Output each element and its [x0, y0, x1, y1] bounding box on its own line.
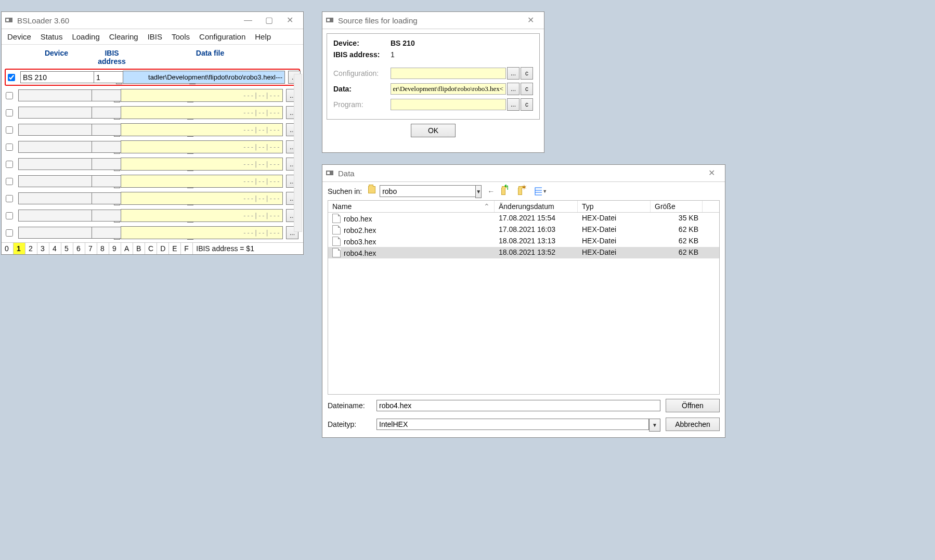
folder-up-icon[interactable]: ↰: [501, 186, 514, 197]
col-name[interactable]: Name⌃: [328, 201, 495, 212]
ok-button[interactable]: OK: [411, 124, 456, 137]
cancel-button[interactable]: Abbrechen: [666, 418, 720, 431]
program-clear-button[interactable]: c: [521, 98, 533, 111]
ibis-combo[interactable]: ▼: [92, 141, 118, 153]
menu-ibis[interactable]: IBIS: [143, 30, 167, 43]
col-date[interactable]: Änderungsdatum: [495, 201, 578, 212]
menu-configuration[interactable]: Configuration: [194, 30, 250, 43]
menu-help[interactable]: Help: [250, 30, 276, 43]
col-size[interactable]: Größe: [651, 201, 703, 212]
new-folder-icon[interactable]: ✶: [518, 186, 530, 197]
datafile-field[interactable]: ---|--|---: [121, 209, 283, 222]
search-in-combo[interactable]: ▼: [366, 185, 481, 197]
close-button[interactable]: ✕: [520, 13, 541, 28]
chevron-down-icon[interactable]: ▼: [475, 185, 482, 198]
ibis-combo[interactable]: ▼: [92, 89, 118, 101]
maximize-button[interactable]: ▢: [258, 13, 279, 28]
file-list[interactable]: Name⌃ Änderungsdatum Typ Größe robo.hex1…: [328, 200, 720, 395]
row-checkbox[interactable]: [6, 178, 13, 185]
footer-cell-E[interactable]: E: [169, 243, 181, 254]
device-combo[interactable]: ▼: [20, 71, 90, 83]
ibis-combo[interactable]: ▼: [92, 192, 118, 204]
footer-cell-C[interactable]: C: [145, 243, 157, 254]
datafile-field[interactable]: ---|--|---: [121, 89, 283, 102]
device-combo[interactable]: ▼: [18, 175, 88, 187]
device-combo[interactable]: ▼: [18, 210, 88, 222]
filename-field[interactable]: [376, 400, 660, 411]
ibis-combo[interactable]: ▼: [92, 175, 118, 187]
footer-cell-2[interactable]: 2: [25, 243, 37, 254]
device-combo[interactable]: ▼: [18, 227, 88, 239]
device-combo[interactable]: ▼: [18, 141, 88, 153]
ibis-combo[interactable]: ▼: [94, 71, 120, 83]
footer-cell-0[interactable]: 0: [2, 243, 14, 254]
menu-clearing[interactable]: Clearing: [105, 30, 143, 43]
filetype-field[interactable]: [376, 419, 649, 430]
datafile-field[interactable]: ---|--|---: [121, 226, 283, 239]
datafile-field[interactable]: ---|--|---: [121, 158, 283, 171]
file-row[interactable]: robo.hex17.08.2021 15:54HEX-Datei35 KB: [328, 213, 719, 224]
datafile-field[interactable]: ---|--|---: [121, 192, 283, 205]
col-type[interactable]: Typ: [578, 201, 651, 212]
config-clear-button[interactable]: c: [521, 67, 533, 80]
device-combo[interactable]: ▼: [18, 192, 88, 204]
search-in-field[interactable]: [380, 185, 475, 197]
data-field[interactable]: [391, 83, 506, 95]
ibis-combo[interactable]: ▼: [92, 227, 118, 239]
footer-cell-3[interactable]: 3: [37, 243, 49, 254]
file-row[interactable]: robo2.hex17.08.2021 16:03HEX-Datei62 KB: [328, 224, 719, 236]
data-browse-button[interactable]: ...: [507, 83, 520, 95]
program-field[interactable]: [391, 99, 506, 110]
config-field[interactable]: [391, 68, 506, 79]
minimize-button[interactable]: —: [238, 13, 258, 28]
program-browse-button[interactable]: ...: [507, 98, 520, 111]
footer-cell-8[interactable]: 8: [97, 243, 109, 254]
menu-device[interactable]: Device: [3, 30, 36, 43]
footer-cell-A[interactable]: A: [121, 243, 133, 254]
footer-cell-F[interactable]: F: [181, 243, 193, 254]
row-checkbox[interactable]: [6, 92, 13, 99]
datafile-field[interactable]: ---|--|---: [121, 175, 283, 188]
ibis-combo[interactable]: ▼: [92, 107, 118, 119]
file-row[interactable]: robo3.hex18.08.2021 13:13HEX-Datei62 KB: [328, 236, 719, 247]
footer-cell-6[interactable]: 6: [73, 243, 85, 254]
vertical-scrollbar[interactable]: [294, 74, 302, 232]
close-button[interactable]: ✕: [279, 13, 300, 28]
row-checkbox[interactable]: [6, 195, 13, 202]
config-browse-button[interactable]: ...: [507, 67, 520, 80]
row-checkbox[interactable]: [8, 74, 15, 81]
row-checkbox[interactable]: [6, 212, 13, 219]
menu-tools[interactable]: Tools: [167, 30, 194, 43]
back-icon[interactable]: ←: [485, 186, 497, 197]
chevron-down-icon[interactable]: ▼: [649, 419, 660, 432]
open-button[interactable]: Öffnen: [666, 399, 720, 412]
row-checkbox[interactable]: [6, 109, 13, 116]
device-combo[interactable]: ▼: [18, 89, 88, 101]
filetype-combo[interactable]: ▼: [376, 419, 660, 431]
footer-cell-9[interactable]: 9: [109, 243, 121, 254]
datafile-field[interactable]: tadler\Development\flipdot\robo\robo3.he…: [123, 71, 285, 84]
row-checkbox[interactable]: [6, 144, 13, 151]
datafile-field[interactable]: ---|--|---: [121, 123, 283, 136]
file-row[interactable]: robo4.hex18.08.2021 13:52HEX-Datei62 KB: [328, 247, 719, 258]
datafile-field[interactable]: ---|--|---: [121, 140, 283, 153]
close-button[interactable]: ✕: [701, 166, 722, 180]
view-menu-icon[interactable]: ▼: [535, 186, 547, 197]
ibis-combo[interactable]: ▼: [92, 210, 118, 222]
footer-cell-B[interactable]: B: [133, 243, 145, 254]
footer-cell-4[interactable]: 4: [49, 243, 61, 254]
footer-cell-5[interactable]: 5: [61, 243, 73, 254]
footer-cell-1[interactable]: 1: [14, 243, 25, 254]
data-clear-button[interactable]: c: [521, 83, 533, 95]
footer-cell-D[interactable]: D: [157, 243, 169, 254]
menu-loading[interactable]: Loading: [67, 30, 104, 43]
footer-cell-7[interactable]: 7: [85, 243, 97, 254]
datafile-field[interactable]: ---|--|---: [121, 106, 283, 119]
row-checkbox[interactable]: [6, 126, 13, 134]
device-combo[interactable]: ▼: [18, 124, 88, 136]
device-combo[interactable]: ▼: [18, 107, 88, 119]
menu-status[interactable]: Status: [36, 30, 68, 43]
row-checkbox[interactable]: [6, 161, 13, 168]
row-checkbox[interactable]: [6, 229, 13, 237]
ibis-combo[interactable]: ▼: [92, 124, 118, 136]
